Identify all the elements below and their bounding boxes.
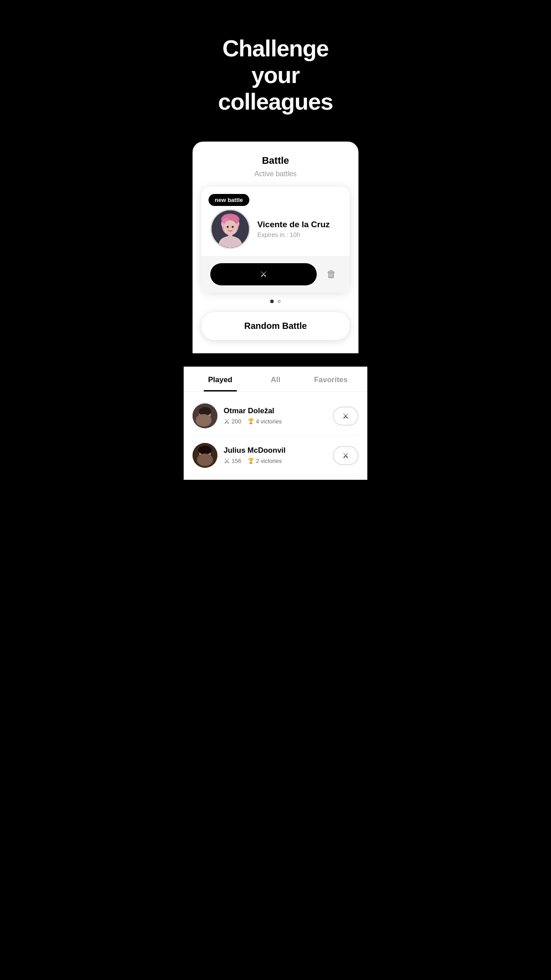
svg-point-13 xyxy=(196,414,212,427)
svg-point-16 xyxy=(198,446,212,454)
player-2-victories: 🏆 2 victories xyxy=(248,458,282,464)
delete-battle-button[interactable]: 🗑 xyxy=(322,264,341,285)
white-bg-card: Battle Active battles new battle xyxy=(193,142,358,353)
battle-user-name: Vicente de la Cruz xyxy=(257,220,341,229)
expires-text: Expires in : 10h xyxy=(257,231,341,238)
battle-card-bottom: ⚔ 🗑 xyxy=(201,256,350,292)
trash-icon: 🗑 xyxy=(327,269,336,280)
dot-1 xyxy=(270,300,274,303)
trophy-stat-icon-2: 🏆 xyxy=(248,458,254,464)
pagination-dots xyxy=(201,300,350,303)
svg-point-6 xyxy=(227,226,229,228)
tab-favorites[interactable]: Favorites xyxy=(303,367,358,391)
new-battle-badge: new battle xyxy=(209,194,249,206)
challenge-player-1-button[interactable]: ⚔ xyxy=(333,407,358,426)
sword-stat-icon-2: ⚔ xyxy=(224,457,230,465)
hero-title: Challenge your colleagues xyxy=(201,36,350,115)
player-2-stats: ⚔ 156 🏆 2 victories xyxy=(224,457,327,465)
player-item: Julius McDoonvil ⚔ 156 🏆 2 victories ⚔ xyxy=(193,436,358,475)
player-1-name: Otmar Doležal xyxy=(224,407,327,415)
tab-all[interactable]: All xyxy=(248,367,303,391)
svg-point-5 xyxy=(224,221,237,236)
challenge-sword-icon-2: ⚔ xyxy=(342,451,349,460)
player-1-info: Otmar Doležal ⚔ 200 🏆 4 victories xyxy=(224,407,327,426)
player-avatar-1 xyxy=(193,403,217,428)
challenge-player-2-button[interactable]: ⚔ xyxy=(333,446,358,465)
players-list: Otmar Doležal ⚔ 200 🏆 4 victories ⚔ xyxy=(184,392,367,480)
tabs-container: Played All Favorites xyxy=(184,367,367,392)
battle-title: Battle xyxy=(201,155,350,166)
player-avatar-2 xyxy=(193,443,217,468)
svg-rect-9 xyxy=(228,235,232,240)
tab-played[interactable]: Played xyxy=(193,367,248,391)
challenge-sword-icon: ⚔ xyxy=(342,412,349,420)
sword-icon: ⚔ xyxy=(260,269,267,279)
svg-point-7 xyxy=(232,226,234,228)
player-1-score: ⚔ 200 xyxy=(224,417,241,426)
player-2-score: ⚔ 156 xyxy=(224,457,241,465)
player-2-name: Julius McDoonvil xyxy=(224,446,327,455)
player-2-info: Julius McDoonvil ⚔ 156 🏆 2 victories xyxy=(224,446,327,465)
hero-section: Challenge your colleagues xyxy=(184,0,367,142)
fight-button[interactable]: ⚔ xyxy=(210,263,317,285)
active-battles-label: Active battles xyxy=(201,170,350,178)
svg-point-17 xyxy=(197,454,213,466)
card-container: Battle Active battles new battle xyxy=(184,142,367,367)
player-1-stats: ⚔ 200 🏆 4 victories xyxy=(224,417,327,426)
battle-user-avatar xyxy=(210,209,250,249)
tabs-section: Played All Favorites xyxy=(184,367,367,480)
sword-stat-icon: ⚔ xyxy=(224,417,230,426)
random-battle-button[interactable]: Random Battle xyxy=(201,312,350,340)
battle-card: new battle xyxy=(201,187,350,292)
player-1-victories: 🏆 4 victories xyxy=(248,418,282,425)
avatar-face xyxy=(212,210,249,248)
battle-user-info: Vicente de la Cruz Expires in : 10h xyxy=(257,220,341,238)
dot-2 xyxy=(277,300,281,303)
trophy-stat-icon: 🏆 xyxy=(248,418,254,424)
player-item: Otmar Doležal ⚔ 200 🏆 4 victories ⚔ xyxy=(193,396,358,436)
